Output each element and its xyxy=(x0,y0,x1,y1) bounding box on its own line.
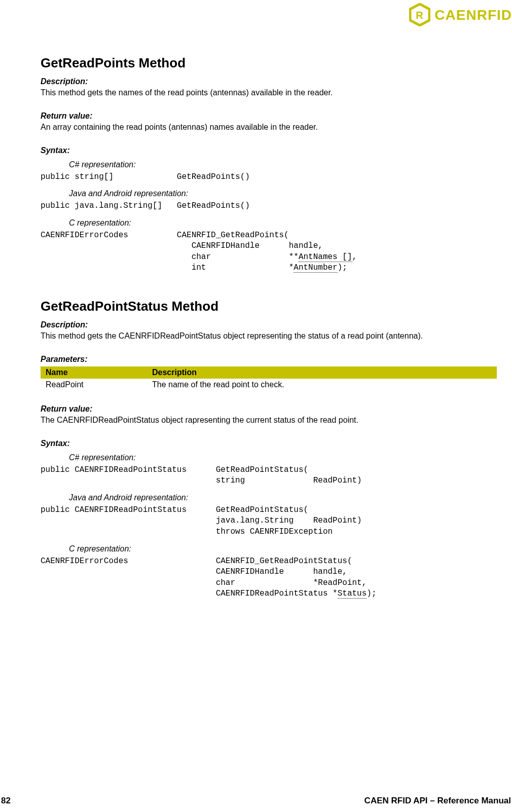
parameters-table: Name Description ReadPoint The name of t… xyxy=(41,366,497,391)
td-desc: The name of the read point to check. xyxy=(147,379,497,391)
th-desc: Description xyxy=(147,366,497,379)
return-text: The CAENRFIDReadPointStatus object rapre… xyxy=(41,415,497,425)
table-row: ReadPoint The name of the read point to … xyxy=(41,379,497,391)
c-line-pre: CAENRFIDReadPointStatus * xyxy=(41,589,338,598)
c-code: CAENRFIDErrorCodes CAENRFID_GetReadPoint… xyxy=(41,230,497,274)
page-content: GetReadPoints Method Description: This m… xyxy=(41,55,497,600)
return-label: Return value: xyxy=(41,404,497,414)
c-line: CAENRFIDHandle handle, xyxy=(41,567,347,576)
c-line-post: , xyxy=(352,252,357,262)
c-line-pre: char ** xyxy=(41,252,299,262)
java-label: Java and Android representation: xyxy=(69,189,497,199)
c-line-underlined: AntNames [] xyxy=(299,252,352,262)
c-label: C representation: xyxy=(69,544,497,554)
c-line-post: ); xyxy=(367,589,376,598)
syntax-label: Syntax: xyxy=(41,438,497,449)
c-line: CAENRFIDErrorCodes CAENRFID_GetReadPoint… xyxy=(41,231,289,240)
section-title-getreadpointstatus: GetReadPointStatus Method xyxy=(41,298,497,315)
svg-text:R: R xyxy=(416,10,424,21)
hex-r-icon: R xyxy=(409,3,430,26)
brand-logo: R CAENRFID xyxy=(409,3,512,26)
csharp-code: public CAENRFIDReadPointStatus GetReadPo… xyxy=(41,465,497,487)
c-line-pre: int * xyxy=(41,263,294,272)
return-label: Return value: xyxy=(41,111,497,121)
c-line-underlined: AntNumber xyxy=(294,263,337,273)
csharp-label: C# representation: xyxy=(69,160,497,170)
c-code-2: CAENRFIDErrorCodes CAENRFID_GetReadPoint… xyxy=(41,556,497,600)
java-code: public java.lang.String[] GetReadPoints(… xyxy=(41,201,497,212)
c-label: C representation: xyxy=(69,218,497,228)
csharp-code: public string[] GetReadPoints() xyxy=(41,172,497,183)
c-line-post: ); xyxy=(338,263,347,272)
c-line: CAENRFIDHandle handle, xyxy=(41,241,323,250)
th-name: Name xyxy=(41,366,147,379)
return-text: An array containing the read points (ant… xyxy=(41,122,497,132)
page-root: R CAENRFID GetReadPoints Method Descript… xyxy=(0,0,512,812)
description-text: This method gets the names of the read p… xyxy=(41,88,497,98)
c-line-underlined: Status xyxy=(338,589,367,599)
syntax-label: Syntax: xyxy=(41,145,497,156)
brand-text: CAENRFID xyxy=(434,6,512,24)
page-footer: 82 CAEN RFID API – Reference Manual xyxy=(0,795,512,806)
description-label: Description: xyxy=(41,77,497,87)
description-text: This method gets the CAENRFIDReadPointSt… xyxy=(41,331,497,341)
page-number: 82 xyxy=(0,795,11,806)
java-label: Java and Android representation: xyxy=(69,493,497,503)
parameters-label: Parameters: xyxy=(41,354,497,364)
td-name: ReadPoint xyxy=(41,379,147,391)
doc-title: CAEN RFID API – Reference Manual xyxy=(364,795,512,806)
description-label: Description: xyxy=(41,320,497,330)
csharp-label: C# representation: xyxy=(69,453,497,463)
section-title-getreadpoints: GetReadPoints Method xyxy=(41,55,497,71)
c-line: CAENRFIDErrorCodes CAENRFID_GetReadPoint… xyxy=(41,557,352,566)
java-code: public CAENRFIDReadPointStatus GetReadPo… xyxy=(41,505,497,538)
c-line: char *ReadPoint, xyxy=(41,578,367,587)
